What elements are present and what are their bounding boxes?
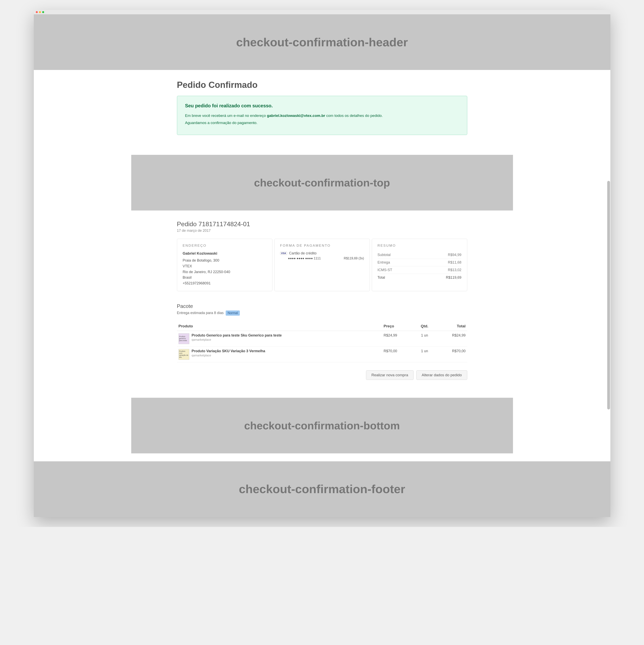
success-line-1-pre: Em breve você receberá um e-mail no ende… — [185, 114, 267, 118]
cell-product: Produto generico para testeProduto Gener… — [177, 331, 382, 347]
browser-window: checkout-confirmation-header Pedido Conf… — [34, 10, 610, 517]
close-icon[interactable] — [36, 11, 38, 13]
summary-value: R$94,99 — [448, 253, 461, 257]
minimize-icon[interactable] — [39, 11, 41, 13]
scrollbar-thumb[interactable] — [607, 181, 610, 409]
product-name: Produto Generico para teste Sku Generico… — [192, 333, 282, 338]
visa-icon: VISA — [280, 252, 287, 255]
product-seller: qamarketplace — [192, 354, 265, 357]
payment-card: FORMA DE PAGAMENTO VISA Cartão de crédit… — [274, 239, 370, 291]
package-subtitle: Entrega estimada para 8 dias Normal — [177, 310, 467, 315]
summary-total-value: R$119,69 — [446, 275, 461, 280]
summary-card: RESUMO SubtotalR$94,99EntregaR$11,68ICMS… — [372, 239, 467, 291]
product-thumbnail: Produto generico para teste — [179, 333, 189, 344]
summary-value: R$11,68 — [448, 260, 461, 264]
package-title: Pacote — [177, 303, 467, 309]
info-cards: ENDEREÇO Gabriel Kozlowaski Praia de Bot… — [177, 239, 467, 291]
order-heading: Pedido 718171174824-01 — [177, 220, 467, 228]
th-qty: Qtd. — [414, 321, 435, 331]
cell-qty: 1 un — [414, 331, 435, 347]
cell-price: R$70,00 — [382, 347, 414, 362]
package-estimate: Entrega estimada para 8 dias — [177, 311, 224, 315]
success-title: Seu pedido foi realizado com sucesso. — [185, 103, 459, 109]
cell-product: Produto com variação de skuProduto Varia… — [177, 347, 382, 362]
summary-label: Subtotal — [377, 253, 391, 257]
address-name: Gabriel Kozlowaski — [183, 251, 267, 256]
product-seller: qamarketplace — [192, 338, 282, 341]
product-name: Produto Variação SKU Variação 3 Vermelha — [192, 349, 265, 353]
confirmation-intro: Pedido Confirmado Seu pedido foi realiza… — [177, 70, 467, 155]
items-table: Produto Preço Qtd. Total Produto generic… — [177, 321, 467, 362]
summary-row: EntregaR$11,68 — [377, 259, 462, 266]
address-card: ENDEREÇO Gabriel Kozlowaski Praia de Bot… — [177, 239, 272, 291]
payment-amount: R$119,69 (3x) — [344, 257, 364, 260]
summary-row: ICMS-STR$13,02 — [377, 266, 462, 274]
success-email: gabriel.kozlowaski@vtex.com.br — [267, 114, 325, 118]
summary-value: R$13,02 — [448, 268, 461, 272]
order-date: 17 de março de 2017 — [177, 229, 467, 233]
shipping-badge: Normal — [226, 310, 240, 315]
checkout-confirmation-top-placeholder: checkout-confirmation-top — [131, 155, 513, 211]
address-street: Praia de Botafogo, 300 — [183, 258, 267, 263]
table-row: Produto com variação de skuProduto Varia… — [177, 347, 467, 362]
checkout-confirmation-footer-placeholder: checkout-confirmation-footer — [34, 461, 610, 517]
cell-qty: 1 un — [414, 347, 435, 362]
payment-heading: FORMA DE PAGAMENTO — [280, 244, 364, 248]
payment-masked-row: ●●●● ●●●● ●●●● 1111 R$119,69 (3x) — [280, 257, 364, 260]
th-product: Produto — [177, 321, 382, 331]
order-actions: Realizar nova compra Alterar dados do pe… — [177, 370, 467, 380]
checkout-confirmation-bottom-placeholder: checkout-confirmation-bottom — [131, 398, 513, 453]
address-phone: +5521972968091 — [183, 280, 267, 286]
page-title: Pedido Confirmado — [177, 80, 467, 90]
cell-price: R$24,99 — [382, 331, 414, 347]
table-row: Produto generico para testeProduto Gener… — [177, 331, 467, 347]
cell-total: R$70,00 — [435, 347, 467, 362]
order-details: Pedido 718171174824-01 17 de março de 20… — [177, 211, 467, 398]
maximize-icon[interactable] — [42, 11, 44, 13]
edit-order-button[interactable]: Alterar dados do pedido — [416, 370, 467, 380]
success-line-1-post: com todos os detalhes do pedido. — [325, 114, 382, 118]
address-heading: ENDEREÇO — [183, 244, 267, 248]
success-line-2: Aguardamos a confirmação do pagamento. — [185, 121, 459, 125]
th-price: Preço — [382, 321, 414, 331]
product-thumbnail: Produto com variação de sku — [179, 349, 189, 360]
summary-label: Entrega — [377, 260, 390, 264]
checkout-confirmation-header-placeholder: checkout-confirmation-header — [34, 14, 610, 70]
th-total: Total — [435, 321, 467, 331]
scrollbar[interactable] — [607, 181, 610, 409]
success-alert: Seu pedido foi realizado com sucesso. Em… — [177, 96, 467, 135]
payment-method: Cartão de crédito — [289, 251, 317, 255]
summary-total-row: Total R$119,69 — [377, 274, 462, 281]
payment-masked: ●●●● ●●●● ●●●● 1111 — [288, 257, 321, 260]
cell-total: R$24,99 — [435, 331, 467, 347]
address-company: VTEX — [183, 263, 267, 269]
address-country: Brasil — [183, 275, 267, 280]
address-city: Rio de Janeiro, RJ 22250-040 — [183, 269, 267, 275]
new-order-button[interactable]: Realizar nova compra — [366, 370, 414, 380]
summary-total-label: Total — [377, 275, 385, 280]
table-header-row: Produto Preço Qtd. Total — [177, 321, 467, 331]
summary-label: ICMS-ST — [377, 268, 392, 272]
payment-method-row: VISA Cartão de crédito — [280, 251, 364, 255]
success-line-1: Em breve você receberá um e-mail no ende… — [185, 114, 459, 118]
window-titlebar — [34, 10, 610, 14]
summary-row: SubtotalR$94,99 — [377, 251, 462, 259]
summary-heading: RESUMO — [377, 244, 462, 248]
